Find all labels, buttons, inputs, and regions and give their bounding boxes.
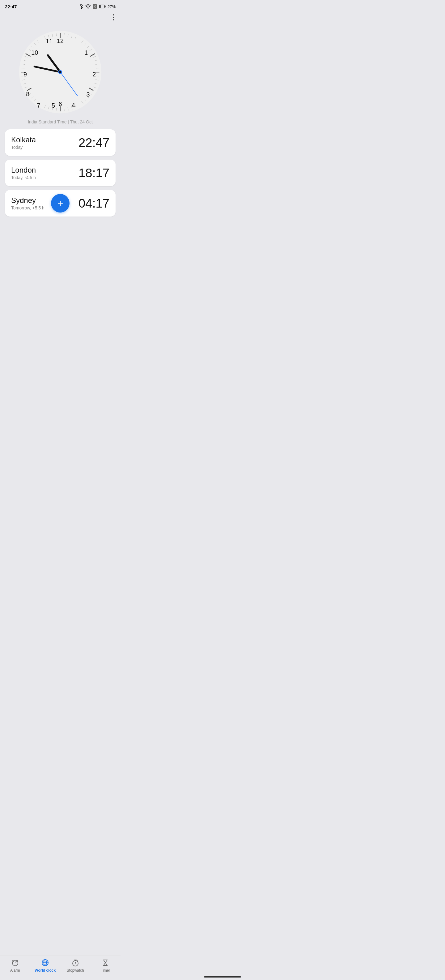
analog-clock: 12 1 2 3 4 5 6 7 8 9 10 11 [19, 30, 102, 114]
sydney-city: Sydney [11, 196, 44, 205]
svg-text:8: 8 [26, 91, 29, 97]
svg-text:1: 1 [84, 49, 88, 56]
sydney-time: 04:17 [79, 196, 109, 210]
sydney-card[interactable]: Sydney Tomorrow, +5.5 h + 04:17 [5, 190, 116, 216]
svg-point-0 [88, 8, 89, 9]
sydney-info: Sydney Tomorrow, +5.5 h [11, 196, 44, 210]
svg-text:2: 2 [92, 71, 96, 78]
svg-text:5: 5 [52, 102, 55, 109]
london-info: London Today, -4.5 h [11, 166, 36, 180]
svg-text:12: 12 [57, 37, 64, 44]
dot3 [113, 19, 114, 21]
london-card[interactable]: London Today, -4.5 h 18:17 [5, 160, 116, 186]
london-sub: Today, -4.5 h [11, 175, 36, 180]
svg-text:7: 7 [37, 102, 40, 109]
wifi-icon [85, 4, 91, 9]
status-bar: 22:47 27% [0, 0, 120, 12]
svg-rect-4 [99, 5, 100, 8]
world-clocks-list: Kolkata Today 22:47 London Today, -4.5 h… [0, 129, 120, 216]
more-menu-area [0, 12, 120, 24]
svg-text:4: 4 [72, 102, 75, 108]
svg-rect-3 [105, 6, 106, 8]
kolkata-city: Kolkata [11, 135, 36, 144]
timezone-label: India Standard Time | Thu, 24 Oct [0, 117, 120, 129]
london-city: London [11, 166, 36, 175]
svg-text:3: 3 [86, 91, 90, 98]
kolkata-card[interactable]: Kolkata Today 22:47 [5, 129, 116, 156]
svg-text:11: 11 [46, 38, 52, 45]
bluetooth-icon [79, 4, 84, 9]
sydney-sub: Tomorrow, +5.5 h [11, 205, 44, 210]
analog-clock-container: 12 1 2 3 4 5 6 7 8 9 10 11 [0, 24, 120, 117]
signal-x-icon [93, 4, 97, 9]
battery-percentage: 27% [108, 4, 116, 9]
status-time: 22:47 [5, 4, 17, 9]
more-menu-button[interactable] [112, 13, 116, 22]
clock-face: 12 1 2 3 4 5 6 7 8 9 10 11 [19, 30, 102, 114]
kolkata-info: Kolkata Today [11, 135, 36, 150]
svg-text:6: 6 [59, 100, 62, 107]
kolkata-time: 22:47 [79, 136, 109, 150]
add-city-icon: + [57, 198, 63, 208]
svg-text:9: 9 [24, 71, 27, 78]
add-city-button[interactable]: + [51, 194, 70, 213]
clock-center-inner [59, 71, 61, 73]
kolkata-sub: Today [11, 145, 36, 150]
dot1 [113, 14, 114, 16]
svg-text:10: 10 [31, 49, 38, 56]
status-icons: 27% [79, 4, 116, 9]
dot2 [113, 17, 114, 18]
london-time: 18:17 [79, 166, 109, 180]
battery-icon [99, 5, 106, 8]
